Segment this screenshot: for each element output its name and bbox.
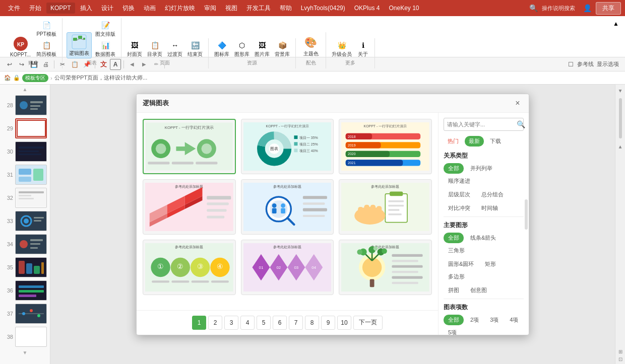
copy-button[interactable]: 📋 xyxy=(69,59,80,70)
grid-item-1[interactable]: KOPPT - 一行字幻灯片演示 xyxy=(143,119,236,174)
menu-item-design[interactable]: 设计 xyxy=(97,2,117,15)
ribbon-btn-cover[interactable]: 🖼 封面页 xyxy=(126,39,144,58)
slide-thumb-37[interactable] xyxy=(15,304,47,324)
menu-item-animation[interactable]: 动画 xyxy=(140,2,160,15)
slide-item-36[interactable]: 36 xyxy=(2,279,48,302)
toolbar-more-2[interactable]: ▶ xyxy=(139,59,150,70)
grid-item-7[interactable]: 参考此处添加标题 ① ② ③ ④ xyxy=(143,240,236,295)
shape-tag-circle[interactable]: 圆形&圆环 xyxy=(444,259,478,269)
ribbon-btn-koppt[interactable]: KP KOPPT... xyxy=(8,35,33,58)
page-btn-10[interactable]: 10 xyxy=(337,316,351,330)
relation-tag-hierarchy[interactable]: 层级层次 xyxy=(444,189,475,200)
slide-item-30[interactable]: 30 xyxy=(2,140,48,163)
slide-item-29[interactable]: 29 xyxy=(2,117,48,139)
page-btn-7[interactable]: 7 xyxy=(289,316,303,330)
slide-item-37[interactable]: 37 xyxy=(2,303,48,325)
dialog-close-button[interactable]: × xyxy=(513,98,523,108)
ribbon-btn-icon-lib[interactable]: 🔷 图标库 xyxy=(213,39,231,58)
paste-button[interactable]: 📌 xyxy=(81,59,92,70)
next-page-button[interactable]: 下一页 xyxy=(353,316,383,330)
slide-thumb-30[interactable] xyxy=(15,141,47,162)
count-tag-5[interactable]: 5项 xyxy=(444,327,461,335)
count-tag-2[interactable]: 2项 xyxy=(466,315,483,325)
filter-tab-download[interactable]: 下载 xyxy=(486,136,505,147)
slide-scroll-down[interactable]: ▼ xyxy=(2,350,48,355)
ribbon-btn-image-lib[interactable]: 🖼 图片库 xyxy=(253,39,271,58)
grid-item-2[interactable]: KOPPT - 一行字幻灯片演示 图表 项目一 35% xyxy=(241,119,334,174)
ribbon-btn-theme-color[interactable]: 🎨 主题色 xyxy=(301,33,321,58)
menu-item-start[interactable]: 开始 xyxy=(25,2,45,15)
undo-button[interactable]: ↩ xyxy=(4,59,15,70)
ribbon-btn-end-page[interactable]: 🔚 结束页 xyxy=(186,39,204,58)
shape-tag-puzzle[interactable]: 拼图 xyxy=(444,285,464,296)
menu-item-file[interactable]: 文件 xyxy=(4,2,24,15)
menu-item-onekey[interactable]: OneKey 10 xyxy=(385,3,423,14)
count-tag-all[interactable]: 全部 xyxy=(444,315,464,325)
page-btn-4[interactable]: 4 xyxy=(240,316,255,330)
print-button[interactable]: 🖨 xyxy=(40,59,51,70)
menu-item-insert[interactable]: 插入 xyxy=(76,2,96,15)
slide-item-31[interactable]: 31 xyxy=(2,164,48,186)
shape-tag-polygon[interactable]: 多边形 xyxy=(444,271,469,282)
relation-tag-parallel[interactable]: 并列列举 xyxy=(466,163,497,174)
relation-tag-sequential[interactable]: 顺序递进 xyxy=(444,176,475,186)
page-btn-1[interactable]: 1 xyxy=(192,316,206,330)
relation-tag-timeline[interactable]: 时间轴 xyxy=(477,203,503,213)
slide-thumb-31[interactable] xyxy=(15,165,47,185)
ribbon-btn-shape-lib[interactable]: ⬡ 图形库 xyxy=(233,39,251,58)
shape-tag-creative[interactable]: 创意图 xyxy=(466,285,491,296)
ribbon-btn-ppt-template[interactable]: 📄 PPT模板 xyxy=(35,19,58,38)
zoom-fit-btn[interactable]: ⊡ xyxy=(618,356,622,362)
redo-button[interactable]: ↪ xyxy=(16,59,27,70)
slide-thumb-38[interactable] xyxy=(15,327,47,347)
shape-tag-triangle[interactable]: 三角形 xyxy=(444,245,469,256)
slide-thumb-32[interactable] xyxy=(15,188,47,208)
vertical-scrollbar-thumb[interactable] xyxy=(619,98,622,138)
text-format-btn[interactable]: 文 xyxy=(98,59,109,70)
slide-thumb-28[interactable] xyxy=(15,95,47,115)
slide-thumb-29[interactable] xyxy=(15,118,47,138)
menu-item-help[interactable]: 帮助 xyxy=(276,2,296,15)
count-tag-3[interactable]: 3项 xyxy=(485,315,503,325)
ribbon-btn-logic-chart[interactable]: 逻辑图表 xyxy=(67,32,92,58)
font-format-btn[interactable]: A xyxy=(110,59,121,70)
ribbon-btn-data-chart[interactable]: 📊 数据图表 xyxy=(94,39,117,58)
filter-scrollbar[interactable] xyxy=(525,199,528,230)
slide-thumb-36[interactable] xyxy=(15,280,47,301)
slide-item-38[interactable]: 38 xyxy=(2,326,48,348)
ribbon-btn-bg-lib[interactable]: 📦 背景库 xyxy=(273,39,291,58)
page-btn-3[interactable]: 3 xyxy=(224,316,238,330)
ribbon-btn-cv-template[interactable]: 📋 简历模板 xyxy=(35,39,58,58)
filter-search[interactable]: 🔍 xyxy=(444,118,524,131)
shape-tag-rect[interactable]: 矩形 xyxy=(480,259,501,269)
guideline-checkbox[interactable]: ☐ xyxy=(565,59,576,70)
relation-tag-totalsub[interactable]: 总分组合 xyxy=(477,189,508,200)
slide-item-35[interactable]: 35 xyxy=(2,256,48,278)
ribbon-btn-upgrade[interactable]: 👑 升级会员 xyxy=(330,39,353,58)
zoom-controls[interactable]: ⊞ xyxy=(618,349,622,354)
ribbon-btn-text-layout[interactable]: 📝 图文排版 xyxy=(94,19,117,38)
search-icon[interactable]: 🔍 xyxy=(529,4,538,12)
menu-item-view[interactable]: 视图 xyxy=(221,2,241,15)
ribbon-collapse-btn[interactable]: ▲ xyxy=(611,18,621,29)
slide-item-32[interactable]: 32 xyxy=(2,187,48,209)
toolbar-pencil-btn[interactable]: ✏ xyxy=(151,59,162,70)
menu-item-switch[interactable]: 切换 xyxy=(118,2,139,15)
breadcrumb-tag[interactable]: 模板专区 xyxy=(22,74,48,82)
grid-item-8[interactable]: 参考此处添加标题 01 02 03 04 xyxy=(241,240,334,295)
shape-tag-lines[interactable]: 线条&箭头 xyxy=(466,233,501,243)
relation-tag-all[interactable]: 全部 xyxy=(444,163,464,174)
grid-item-6[interactable]: 参考此处添加标题 xyxy=(339,179,432,235)
user-icon[interactable]: 👤 xyxy=(583,4,592,12)
share-button[interactable]: 共享 xyxy=(596,2,621,15)
menu-item-okplus[interactable]: OKPlus 4 xyxy=(350,3,384,14)
page-btn-6[interactable]: 6 xyxy=(273,316,287,330)
grid-item-3[interactable]: KOPPT - 一行字幻灯片演示 2018 2019 xyxy=(339,119,432,174)
page-btn-2[interactable]: 2 xyxy=(208,316,222,330)
ribbon-btn-contents[interactable]: 📋 目录页 xyxy=(146,39,164,58)
grid-item-5[interactable]: 参考此处添加标题 xyxy=(241,179,334,235)
ribbon-btn-transition[interactable]: ↔ 过渡页 xyxy=(166,39,184,58)
menu-item-lvyh[interactable]: LvyhTools(0429) xyxy=(297,3,349,14)
slide-thumb-35[interactable] xyxy=(15,257,47,277)
slide-thumb-34[interactable] xyxy=(15,234,47,254)
